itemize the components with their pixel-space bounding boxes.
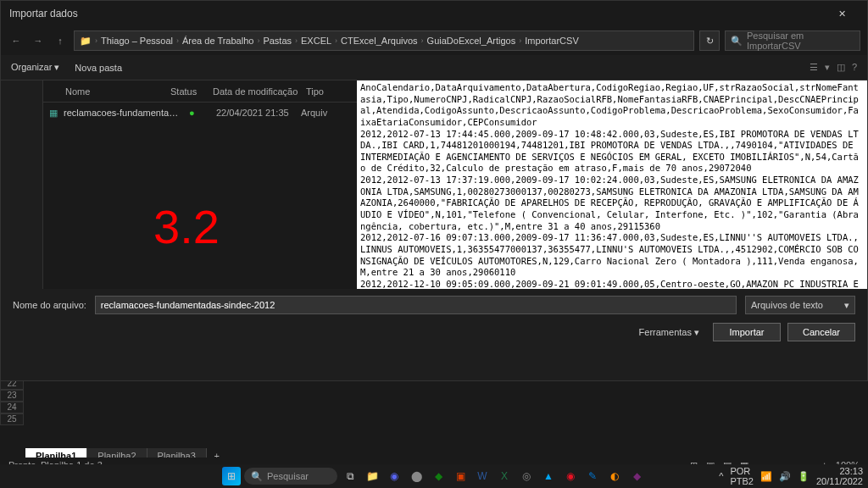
app-icon[interactable]: ◉ [385,467,403,485]
app-icon[interactable]: ◐ [605,467,624,485]
app-icon[interactable]: ▲ [539,467,558,485]
close-icon[interactable]: ✕ [825,8,859,19]
crumb[interactable]: Thiago – Pessoal [101,36,173,46]
crumb[interactable]: CTExcel_Arquivos [341,36,417,46]
import-button[interactable]: Importar [713,323,781,341]
task-view-icon[interactable]: ⧉ [341,467,359,485]
app-icon[interactable]: ◎ [517,467,536,485]
search-placeholder: Pesquisar em ImportarCSV [747,30,854,51]
app-icon[interactable]: ▣ [451,467,470,485]
search-icon: 🔍 [731,36,743,47]
start-button[interactable]: ⊞ [222,467,241,485]
taskbar-search[interactable]: 🔍Pesquisar [244,468,337,485]
organize-menu[interactable]: Organizar ▾ [11,62,59,73]
app-icon[interactable]: ◆ [627,467,646,485]
sidebar [1,80,43,308]
col-date[interactable]: Data de modificação [213,86,306,97]
preview-pane: AnoCalendario,DataArquivamento,DataAbert… [357,80,867,308]
back-button[interactable]: ← [8,32,25,49]
language-indicator[interactable]: PORPTB2 [730,466,754,486]
breadcrumb[interactable]: 📁 › Thiago – Pessoal› Área de Trabalho› … [74,30,694,51]
crumb[interactable]: GuiaDoExcel_Artigos [427,36,516,46]
file-type: Arquiv [301,108,343,118]
col-name[interactable]: Nome [43,86,170,97]
explorer-icon[interactable]: 📁 [363,467,381,485]
cancel-button[interactable]: Cancelar [787,323,855,341]
wifi-icon[interactable]: 📶 [760,471,772,482]
app-icon[interactable]: ✎ [583,467,602,485]
taskbar: ⊞ 🔍Pesquisar ⧉ 📁 ◉ ⬤ ◆ ▣ W X ◎ ▲ ◉ ✎ ◐ ◆… [0,464,868,488]
filename-label: Nome do arquivo: [13,300,86,310]
sync-status-icon: ● [182,108,216,118]
row-num[interactable]: 25 [0,413,24,425]
app-icon[interactable]: ◉ [561,467,580,485]
clock[interactable]: 23:1320/11/2022 [816,466,863,486]
col-tipo[interactable]: Tipo [306,86,348,97]
search-input[interactable]: 🔍 Pesquisar em ImportarCSV [725,30,860,51]
file-icon: ▦ [43,108,64,119]
view-list-icon[interactable]: ☰ [810,62,818,73]
tray-chevron-icon[interactable]: ^ [719,471,723,481]
help-icon[interactable]: ? [852,62,857,73]
excel-icon[interactable]: X [495,467,514,485]
battery-icon[interactable]: 🔋 [798,471,810,482]
app-icon[interactable]: W [473,467,492,485]
file-name: reclamacoes-fundamentadas-sindec-2012 [64,108,182,118]
row-num[interactable]: 23 [0,390,24,402]
col-status[interactable]: Status [170,86,213,97]
file-row[interactable]: ▦ reclamacoes-fundamentadas-sindec-2012 … [43,103,357,123]
import-dialog: Importar dados ✕ ← → ↑ 📁 › Thiago – Pess… [0,0,868,381]
view-details-icon[interactable]: ▾ [825,62,830,73]
refresh-button[interactable]: ↻ [699,30,720,51]
search-icon: 🔍 [251,471,263,482]
filename-input[interactable] [95,296,737,314]
crumb[interactable]: EXCEL [301,36,331,46]
up-button[interactable]: ↑ [52,32,69,49]
crumb[interactable]: Área de Trabalho [182,36,253,46]
folder-icon: 📁 [80,36,92,47]
row-num[interactable]: 24 [0,402,24,413]
dialog-title: Importar dados [9,8,825,19]
file-filter-dropdown[interactable]: Arquivos de texto▾ [745,296,855,314]
tools-menu[interactable]: Ferramentas ▾ [632,324,706,341]
forward-button[interactable]: → [30,32,47,49]
app-icon[interactable]: ◆ [429,467,448,485]
volume-icon[interactable]: 🔊 [779,471,791,482]
watermark: 3.2 [153,199,220,254]
crumb[interactable]: Pastas [263,36,292,46]
preview-pane-icon[interactable]: ◫ [837,62,845,73]
crumb[interactable]: ImportarCSV [525,36,579,46]
app-icon[interactable]: ⬤ [407,467,426,485]
file-date: 22/04/2021 21:35 [216,108,301,118]
new-folder-button[interactable]: Nova pasta [75,63,122,73]
